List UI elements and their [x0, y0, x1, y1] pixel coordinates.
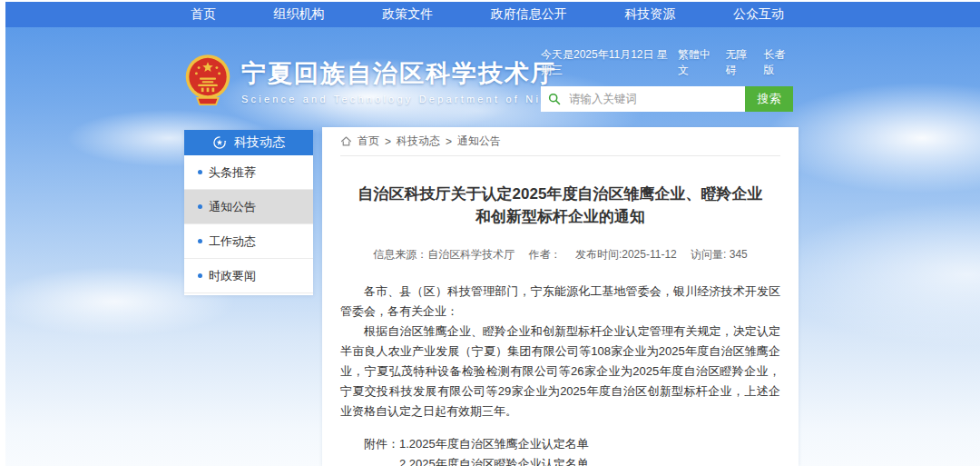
bullet-icon [198, 204, 202, 209]
breadcrumb-current[interactable]: 通知公告 [457, 134, 501, 149]
header-tools: 今天是2025年11月12日 星期三 繁體中文 无障碍 长者版 搜索 [541, 47, 793, 112]
star-circle-icon [212, 135, 227, 150]
article-paragraph: 根据自治区雏鹰企业、瞪羚企业和创新型标杆企业认定管理有关规定，决定认定半亩良人农… [340, 322, 780, 421]
sidebar-item-politics-news[interactable]: 时政要闻 [184, 259, 313, 293]
site-title: 宁夏回族自治区科学技术厅 [241, 60, 579, 87]
sidebar-item-headlines[interactable]: 头条推荐 [184, 155, 313, 190]
attachments-section: 附件： 1.2025年度自治区雏鹰企业认定名单 2.2025年度自治区瞪羚企业认… [364, 434, 780, 466]
article-title: 自治区科技厅关于认定2025年度自治区雏鹰企业、瞪羚企业和创新型标杆企业的通知 [353, 183, 769, 228]
link-traditional-chinese[interactable]: 繁體中文 [678, 47, 718, 78]
nav-item-resources[interactable]: 科技资源 [624, 6, 675, 23]
meta-publish-time: 发布时间:2025-11-12 [575, 248, 677, 261]
search-bar: 搜索 [541, 86, 793, 112]
nav-item-interaction[interactable]: 公众互动 [733, 6, 784, 23]
breadcrumb-separator: > [446, 135, 452, 148]
home-icon [340, 135, 352, 147]
main-panel: 首页 > 科技动态 > 通知公告 自治区科技厅关于认定2025年度自治区雏鹰企业… [322, 127, 799, 466]
top-navigation: 首页 组织机构 政策文件 政府信息公开 科技资源 公众互动 [5, 2, 980, 27]
sidebar-item-label: 通知公告 [209, 199, 256, 215]
article-paragraph: 各市、县（区）科技管理部门，宁东能源化工基地管委会，银川经济技术开发区管委会，各… [340, 282, 780, 322]
search-button[interactable]: 搜索 [745, 86, 793, 112]
meta-views: 访问量: 345 [691, 248, 748, 261]
article-body: 各市、县（区）科技管理部门，宁东能源化工基地管委会，银川经济技术开发区管委会，各… [340, 282, 780, 421]
sidebar: 科技动态 头条推荐 通知公告 工作动态 时政要闻 [184, 130, 313, 295]
link-accessibility[interactable]: 无障碍 [726, 47, 756, 78]
breadcrumb-section[interactable]: 科技动态 [397, 134, 440, 149]
site-brand: 宁夏回族自治区科学技术厅 Science and Technology Depa… [183, 53, 579, 109]
sidebar-title: 科技动态 [234, 134, 285, 151]
breadcrumb-separator: > [385, 135, 391, 148]
attachment-link-1[interactable]: 1.2025年度自治区雏鹰企业认定名单 [399, 434, 624, 454]
current-date: 今天是2025年11月12日 星期三 [541, 47, 678, 78]
sidebar-item-label: 工作动态 [209, 233, 256, 250]
nav-item-gov-info[interactable]: 政府信息公开 [491, 6, 567, 23]
meta-author: 作者： [529, 248, 562, 261]
page: 首页 组织机构 政策文件 政府信息公开 科技资源 公众互动 宁夏回族自治区科学技… [0, 0, 980, 466]
sidebar-item-label: 时政要闻 [209, 268, 256, 284]
site-subtitle: Science and Technology Department of Nin… [241, 94, 579, 104]
national-emblem-icon [183, 53, 232, 109]
breadcrumb-home[interactable]: 首页 [358, 134, 379, 149]
nav-item-organization[interactable]: 组织机构 [274, 6, 325, 23]
nav-item-home[interactable]: 首页 [191, 6, 216, 23]
attachments-label: 附件： [364, 434, 399, 466]
breadcrumb: 首页 > 科技动态 > 通知公告 [340, 127, 780, 156]
sidebar-item-notices[interactable]: 通知公告 [184, 190, 313, 224]
attachment-link-2[interactable]: 2.2025年度自治区瞪羚企业认定名单 [399, 454, 624, 466]
nav-item-policy[interactable]: 政策文件 [382, 6, 433, 23]
meta-source: 信息来源：自治区科学技术厅 [373, 248, 514, 261]
link-elder-version[interactable]: 长者版 [763, 47, 793, 78]
sidebar-header: 科技动态 [184, 130, 313, 155]
bullet-icon [198, 170, 202, 174]
bullet-icon [198, 239, 202, 243]
sidebar-item-work-news[interactable]: 工作动态 [184, 224, 313, 259]
search-icon [548, 93, 561, 105]
article-meta: 信息来源：自治区科学技术厅 作者： 发布时间:2025-11-12 访问量: 3… [340, 247, 780, 263]
bullet-icon [198, 273, 202, 278]
search-input[interactable] [567, 92, 738, 106]
sidebar-item-label: 头条推荐 [209, 164, 256, 181]
